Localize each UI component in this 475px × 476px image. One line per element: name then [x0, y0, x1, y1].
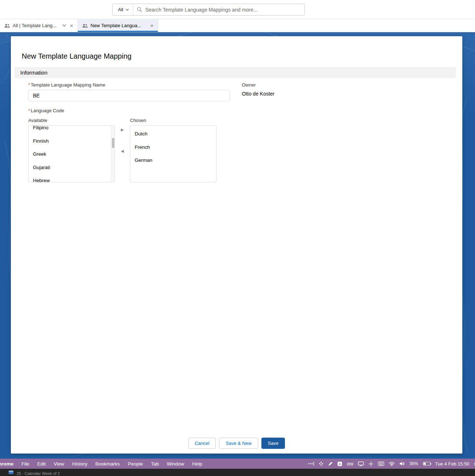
save-and-new-button[interactable]: Save & New [219, 438, 258, 449]
crosshair-icon[interactable] [369, 462, 373, 466]
chosen-listbox[interactable]: DutchFrenchGerman [130, 125, 217, 182]
menu-item[interactable]: History [68, 461, 91, 467]
list-option[interactable]: Dutch [130, 127, 216, 141]
menu-item[interactable]: Edit [33, 461, 50, 467]
people-icon [82, 24, 88, 28]
volume-icon[interactable] [399, 462, 405, 466]
name-field-label-text: Template Language Mapping Name [31, 82, 105, 88]
chevron-down-icon [126, 9, 129, 11]
glasses-icon[interactable] [347, 462, 353, 466]
new-record-form: New Template Language Mapping Informatio… [11, 36, 462, 454]
clover-icon[interactable] [319, 462, 323, 466]
list-option[interactable]: Filipino [29, 125, 114, 135]
menu-item[interactable]: View [50, 461, 68, 467]
input-source-icon[interactable]: A [337, 462, 342, 466]
list-option[interactable]: Gujarati [29, 161, 114, 174]
global-search-bar: All [112, 4, 305, 16]
language-code-duallist: Available FilipinoFinnishGreekGujaratiHe… [28, 118, 217, 182]
menu-item[interactable]: Tab [147, 461, 163, 467]
available-label: Available [28, 118, 115, 123]
display-icon[interactable] [358, 462, 364, 466]
language-code-label: *Language Code [28, 108, 217, 113]
field-language-code: *Language Code Available FilipinoFinnish… [28, 108, 217, 182]
svg-text:A: A [339, 462, 341, 466]
language-code-label-text: Language Code [31, 108, 64, 113]
scrollbar-track[interactable] [111, 126, 114, 182]
tab-new-template-language-mapping[interactable]: New Template Langua... × [78, 19, 158, 32]
chosen-options-list: DutchFrenchGerman [130, 126, 216, 167]
pen-icon[interactable] [328, 462, 333, 466]
section-title: Information [20, 69, 47, 76]
available-options-list: FilipinoFinnishGreekGujaratiHebrew [29, 125, 114, 182]
move-to-available-button[interactable]: ◀ [120, 148, 125, 154]
menu-item[interactable]: Bookmarks [91, 461, 124, 467]
name-field-label: *Template Language Mapping Name [28, 82, 230, 88]
duallist-arrows: ▶ ◀ [115, 127, 130, 154]
owner-value: Otto de Koster [242, 91, 274, 97]
more-dots-icon[interactable] [308, 462, 314, 466]
owner-field-label-text: Owner [242, 82, 256, 88]
page-title: New Template Language Mapping [22, 52, 131, 60]
screen: All All | Template Lang... × New Templat… [0, 0, 475, 476]
search-scope-label: All [118, 7, 123, 12]
owner-field-label: Owner [242, 82, 274, 88]
battery-icon[interactable] [423, 462, 430, 466]
menu-item[interactable]: hrome [0, 461, 17, 467]
field-owner: Owner Otto de Koster [242, 82, 274, 97]
bottom-window-strip: 25 · Calendar Week of 2 [0, 469, 475, 476]
scrollbar-thumb[interactable] [112, 138, 114, 148]
search-icon [137, 7, 142, 12]
required-asterisk: * [28, 108, 30, 113]
required-asterisk: * [28, 83, 30, 88]
minimized-window-title: 25 · Calendar Week of 2 [17, 471, 60, 476]
save-button[interactable]: Save [261, 438, 285, 449]
menu-item[interactable]: People [124, 461, 147, 467]
tab-all-template-language-mappings[interactable]: All | Template Lang... × [0, 19, 78, 32]
minimized-window-icon[interactable] [9, 471, 13, 474]
menu-status-area: A 35% Tue 4 Feb 15:50 C [308, 461, 475, 467]
cancel-button[interactable]: Cancel [188, 438, 216, 449]
form-actions: Cancel Save & New Save [11, 438, 462, 449]
battery-percent: 35% [409, 461, 418, 466]
available-column: Available FilipinoFinnishGreekGujaratiHe… [28, 118, 115, 182]
list-option[interactable]: French [130, 141, 216, 154]
move-to-chosen-button[interactable]: ▶ [120, 127, 125, 133]
close-icon[interactable]: × [69, 23, 74, 28]
menu-item[interactable]: Window [163, 461, 188, 467]
keyboard-icon[interactable] [378, 462, 384, 466]
macos-menu-bar: hromeFileEditViewHistoryBookmarksPeopleT… [0, 459, 475, 469]
list-option[interactable]: Hebrew [29, 174, 114, 182]
menu-clock[interactable]: Tue 4 Feb 15:50 [435, 461, 470, 467]
name-input[interactable] [28, 90, 230, 101]
menu-items: hromeFileEditViewHistoryBookmarksPeopleT… [0, 461, 206, 467]
battery-fill [424, 463, 426, 465]
list-option[interactable]: Greek [29, 148, 114, 161]
menu-item[interactable]: Help [188, 461, 206, 467]
section-header-information: Information [14, 67, 456, 78]
tab-label: All | Template Lang... [13, 23, 59, 28]
search-input[interactable] [142, 7, 304, 13]
people-icon [4, 24, 10, 28]
chevron-down-icon[interactable] [62, 24, 66, 27]
console-tab-bar: All | Template Lang... × New Template La… [0, 19, 475, 32]
chosen-column: Chosen DutchFrenchGerman [130, 118, 217, 182]
close-icon[interactable]: × [150, 23, 154, 28]
field-template-language-mapping-name: *Template Language Mapping Name [28, 82, 230, 101]
tab-label: New Template Langua... [91, 23, 147, 28]
global-header: All [0, 0, 475, 19]
available-listbox[interactable]: FilipinoFinnishGreekGujaratiHebrew [28, 125, 115, 182]
workspace: New Template Language Mapping Informatio… [0, 32, 475, 459]
list-option[interactable]: Finnish [29, 135, 114, 148]
list-option[interactable]: German [130, 154, 216, 167]
chosen-label: Chosen [130, 118, 217, 123]
search-scope-button[interactable]: All [113, 4, 133, 15]
wifi-icon[interactable] [389, 462, 395, 466]
menu-item[interactable]: File [17, 461, 33, 467]
